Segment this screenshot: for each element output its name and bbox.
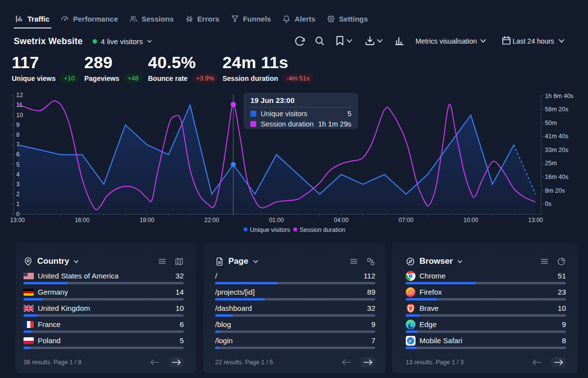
- svg-text:13:00: 13:00: [10, 217, 24, 224]
- svg-text:50m: 50m: [545, 120, 557, 126]
- svg-text:4: 4: [16, 171, 20, 178]
- svg-text:01:00: 01:00: [269, 217, 284, 224]
- svg-text:Session duration: Session duration: [300, 227, 345, 233]
- svg-text:13:00: 13:00: [528, 217, 543, 224]
- svg-text:5: 5: [16, 161, 20, 168]
- svg-text:3: 3: [16, 181, 20, 188]
- svg-text:1h 6m 40s: 1h 6m 40s: [545, 93, 573, 100]
- svg-text:16m 40s: 16m 40s: [545, 174, 568, 180]
- svg-text:9: 9: [16, 122, 20, 128]
- svg-text:07:00: 07:00: [399, 217, 414, 224]
- svg-text:Unique visitors: Unique visitors: [250, 227, 290, 233]
- svg-text:25m: 25m: [545, 160, 557, 167]
- svg-text:10: 10: [16, 112, 23, 119]
- svg-text:58m 20s: 58m 20s: [545, 106, 568, 113]
- svg-text:0s: 0s: [545, 201, 551, 207]
- svg-text:16:00: 16:00: [75, 217, 90, 224]
- svg-text:12: 12: [16, 92, 23, 99]
- svg-text:19:00: 19:00: [140, 217, 154, 224]
- svg-text:22:00: 22:00: [204, 217, 219, 224]
- svg-text:2: 2: [16, 191, 20, 198]
- svg-text:10:00: 10:00: [464, 217, 478, 224]
- svg-text:33m 20s: 33m 20s: [545, 147, 568, 153]
- svg-text:6: 6: [16, 151, 20, 158]
- svg-text:04:00: 04:00: [334, 217, 348, 224]
- svg-text:8m 20s: 8m 20s: [545, 187, 565, 194]
- svg-text:8: 8: [16, 131, 20, 138]
- svg-text:1: 1: [16, 201, 20, 207]
- svg-text:41m 40s: 41m 40s: [545, 133, 568, 140]
